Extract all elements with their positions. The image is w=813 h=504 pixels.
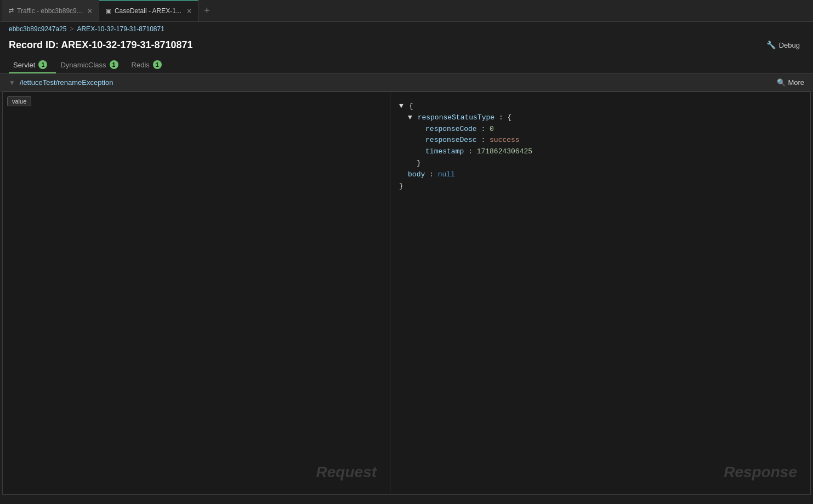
tab-dynamicclass[interactable]: DynamicClass 1: [56, 56, 127, 73]
json-key-timestamp: timestamp: [425, 146, 464, 158]
case-icon: ▣: [106, 8, 111, 15]
breadcrumb-part2[interactable]: AREX-10-32-179-31-8710871: [77, 25, 164, 33]
page-title-bar: Record ID: AREX-10-32-179-31-8710871 🔧 D…: [0, 36, 813, 56]
tab-dynamicclass-badge: 1: [110, 60, 118, 69]
json-key-responsestatustype: responseStatusType: [418, 112, 494, 124]
json-value-timestamp: 1718624306425: [477, 146, 532, 158]
json-value-responsecode: 0: [490, 124, 494, 135]
path-chevron-icon[interactable]: ▼: [9, 79, 15, 87]
json-line-timestamp: timestamp : 1718624306425: [399, 146, 801, 158]
json-value-responsedesc: success: [490, 135, 520, 146]
tab-bar: ⇄ Traffic - ebbc3b89c9... × ▣ CaseDetail…: [0, 0, 813, 22]
service-tabs: Servlet 1 DynamicClass 1 Redis 1: [0, 56, 813, 74]
json-key-body: body: [408, 169, 425, 181]
debug-icon: 🔧: [766, 41, 776, 49]
path-left: ▼ /lettuceTest/renameException: [9, 78, 113, 87]
json-line-root-close: }: [399, 181, 801, 192]
debug-label: Debug: [779, 41, 800, 49]
main-content: value Request ▼ { ▼ responseStatusType :…: [2, 91, 811, 495]
json-line-responsedesc: responseDesc : success: [399, 135, 801, 146]
json-colon-3: :: [477, 135, 490, 146]
debug-button[interactable]: 🔧 Debug: [762, 38, 804, 51]
json-value-body: null: [438, 169, 455, 181]
json-colon-5: :: [425, 169, 437, 181]
tab-servlet-badge: 1: [38, 60, 47, 69]
more-button[interactable]: 🔍 More: [777, 78, 804, 87]
json-key-responsecode: responseCode: [425, 124, 477, 135]
tab-dynamicclass-label: DynamicClass: [60, 61, 106, 69]
tab-casedetail-close[interactable]: ×: [187, 7, 191, 15]
json-line-body: body : null: [399, 169, 801, 181]
more-label: More: [788, 78, 804, 87]
page-title: Record ID: AREX-10-32-179-31-8710871: [9, 39, 193, 51]
search-icon: 🔍: [777, 78, 786, 87]
request-panel: value Request: [3, 92, 390, 494]
json-colon-2: :: [477, 124, 490, 135]
tab-servlet[interactable]: Servlet 1: [9, 56, 56, 73]
tab-add-button[interactable]: +: [198, 0, 215, 21]
json-line-responsestatustype: ▼ responseStatusType : {: [399, 112, 801, 124]
json-brace-root-close: }: [399, 181, 403, 192]
json-colon-4: :: [464, 146, 476, 158]
json-line-responsecode: responseCode : 0: [399, 124, 801, 135]
path-text: /lettuceTest/renameException: [20, 78, 113, 87]
breadcrumb-part1[interactable]: ebbc3b89c9247a25: [9, 25, 66, 33]
response-panel: ▼ { ▼ responseStatusType : { responseCod…: [390, 92, 810, 494]
tab-casedetail-label: CaseDetail - AREX-1...: [115, 7, 181, 15]
path-row: ▼ /lettuceTest/renameException 🔍 More: [0, 74, 813, 91]
traffic-icon: ⇄: [9, 7, 14, 14]
json-arrow-responsestatustype: ▼: [408, 112, 417, 124]
tab-redis-badge: 1: [153, 60, 162, 69]
json-brace-rst-close: }: [417, 158, 421, 169]
json-brace-root-open: {: [409, 101, 413, 112]
tab-redis[interactable]: Redis 1: [127, 56, 170, 73]
tab-traffic-label: Traffic - ebbc3b89c9...: [17, 7, 82, 15]
tab-traffic-close[interactable]: ×: [88, 7, 92, 15]
value-tag: value: [7, 96, 31, 106]
json-colon-1: :: [494, 112, 507, 124]
tab-casedetail[interactable]: ▣ CaseDetail - AREX-1... ×: [99, 0, 198, 21]
response-panel-label: Response: [724, 463, 797, 481]
breadcrumb: ebbc3b89c9247a25 > AREX-10-32-179-31-871…: [0, 22, 813, 36]
tab-traffic[interactable]: ⇄ Traffic - ebbc3b89c9... ×: [2, 0, 99, 21]
json-line-root-open: ▼ {: [399, 101, 801, 112]
request-panel-label: Request: [316, 463, 377, 481]
tab-redis-label: Redis: [132, 61, 150, 69]
json-brace-rst-open: {: [507, 112, 511, 124]
json-key-responsedesc: responseDesc: [425, 135, 477, 146]
json-line-rst-close: }: [399, 158, 801, 169]
breadcrumb-separator: >: [70, 25, 73, 33]
json-tree: ▼ { ▼ responseStatusType : { responseCod…: [390, 96, 810, 196]
json-arrow-root: ▼: [399, 101, 408, 112]
tab-servlet-label: Servlet: [13, 61, 35, 69]
